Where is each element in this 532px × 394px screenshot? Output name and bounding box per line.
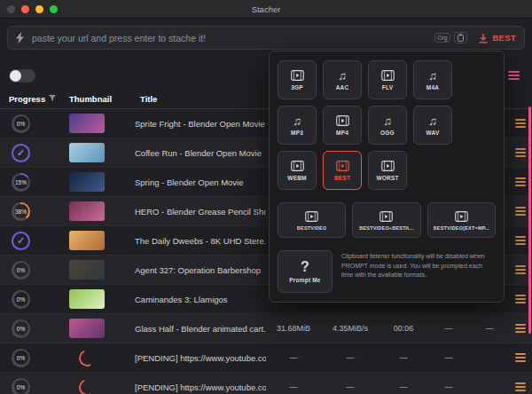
row-col-5: — bbox=[470, 324, 509, 333]
format-button[interactable]: MP4 bbox=[323, 106, 362, 145]
progress-ring: 0% bbox=[12, 114, 30, 133]
row-menu-icon[interactable] bbox=[515, 152, 526, 154]
filter-icon[interactable] bbox=[49, 95, 56, 102]
row-menu-icon[interactable] bbox=[515, 386, 526, 388]
format-button[interactable]: FLV bbox=[368, 60, 407, 99]
video-title: [PENDING] https://www.youtube.co... bbox=[131, 382, 266, 392]
minimize-button[interactable] bbox=[35, 5, 43, 13]
video-thumbnail bbox=[69, 260, 105, 280]
video-format-icon bbox=[381, 160, 395, 172]
format-label: AAC bbox=[336, 84, 349, 91]
audio-format-icon: ♫ bbox=[338, 69, 347, 82]
format-label: BESTVIDEO+BESTA... bbox=[359, 225, 413, 231]
progress-label: ✓ bbox=[14, 233, 28, 248]
format-button[interactable]: ♫ M4A bbox=[413, 60, 452, 99]
stacher-window: Stacher paste your url and press enter t… bbox=[0, 0, 532, 394]
format-button[interactable]: WEBM bbox=[278, 151, 317, 190]
audio-format-icon: ♫ bbox=[428, 69, 437, 82]
progress-label: ✓ bbox=[14, 146, 28, 160]
format-grid: 3GP ♫ AAC FLV ♫ M4A ♫ MP3 MP4 ♫ OGG ♫ WA… bbox=[278, 60, 496, 190]
download-format-control[interactable]: BEST bbox=[478, 33, 516, 43]
video-thumbnail bbox=[69, 289, 105, 309]
row-menu-icon[interactable] bbox=[515, 298, 526, 300]
org-badge[interactable]: Org bbox=[434, 33, 451, 43]
download-icon bbox=[478, 33, 489, 43]
header-progress[interactable]: Progress bbox=[9, 94, 45, 104]
row-col-speed: 4.35MiB/s bbox=[321, 324, 379, 333]
progress-label: 15% bbox=[14, 175, 28, 189]
row-menu-icon[interactable] bbox=[515, 210, 526, 212]
video-format-icon bbox=[291, 69, 304, 82]
video-format-icon bbox=[381, 69, 395, 82]
video-title: Agent 327: Operation Barbershop bbox=[131, 265, 266, 275]
format-label: BESTVIDEO bbox=[297, 225, 327, 231]
format-button[interactable]: ♫ OGG bbox=[368, 106, 407, 145]
format-button[interactable]: ♫ AAC bbox=[323, 60, 362, 99]
format-button[interactable]: 3GP bbox=[278, 60, 317, 99]
clipboard-badge[interactable] bbox=[454, 32, 467, 43]
progress-ring: ✓ bbox=[12, 144, 30, 162]
question-icon: ? bbox=[301, 260, 309, 274]
video-title: [PENDING] https://www.youtube.co... bbox=[131, 353, 266, 363]
clipboard-listener-toggle[interactable] bbox=[9, 69, 35, 83]
url-placeholder: paste your url and press enter to stache… bbox=[32, 33, 431, 43]
table-row[interactable]: 0% Glass Half - Blender animated cart...… bbox=[0, 314, 532, 343]
row-menu-icon[interactable] bbox=[515, 240, 526, 241]
format-label: FLV bbox=[382, 84, 393, 91]
prompt-me-button[interactable]: ? Prompt Me bbox=[278, 250, 332, 293]
progress-label: 0% bbox=[14, 263, 28, 277]
progress-ring: ✓ bbox=[12, 232, 30, 250]
header-thumbnail[interactable]: Thumbnail bbox=[60, 94, 131, 104]
format-wide-button[interactable]: BESTVIDEO+BESTA... bbox=[352, 202, 420, 238]
video-title: HERO - Blender Grease Pencil Sho... bbox=[131, 207, 266, 217]
format-dropdown-panel: 3GP ♫ AAC FLV ♫ M4A ♫ MP3 MP4 ♫ OGG ♫ WA… bbox=[269, 51, 505, 303]
row-menu-icon[interactable] bbox=[515, 181, 526, 183]
format-wide-button[interactable]: BESTVIDEO[EXT=MP... bbox=[427, 202, 496, 238]
progress-ring: 38% bbox=[12, 202, 30, 221]
progress-label: 0% bbox=[14, 321, 28, 335]
progress-ring: 0% bbox=[12, 378, 30, 394]
prompt-row: ? Prompt Me Clipboard listener functiona… bbox=[278, 250, 496, 293]
format-label: 3GP bbox=[291, 84, 303, 91]
table-row[interactable]: 0% [PENDING] https://www.youtube.co... —… bbox=[0, 373, 532, 394]
row-col-speed: — bbox=[321, 382, 379, 391]
format-button[interactable]: WORST bbox=[368, 151, 407, 190]
header-title[interactable]: Title bbox=[131, 94, 266, 104]
row-menu-icon[interactable] bbox=[515, 357, 526, 359]
url-input-bar[interactable]: paste your url and press enter to stache… bbox=[7, 26, 525, 50]
format-button[interactable]: ♫ WAV bbox=[413, 106, 452, 145]
prompt-note: Clipboard listener functionality will be… bbox=[341, 250, 496, 280]
format-label: BESTVIDEO[EXT=MP... bbox=[434, 225, 489, 231]
row-menu-icon[interactable] bbox=[515, 122, 526, 124]
format-label: WAV bbox=[426, 130, 440, 136]
format-wide-row: BESTVIDEO BESTVIDEO+BESTA... BESTVIDEO[E… bbox=[278, 202, 496, 238]
progress-ring: 0% bbox=[12, 349, 30, 367]
video-thumbnail bbox=[69, 114, 105, 133]
format-label: M4A bbox=[426, 84, 439, 91]
window-controls bbox=[7, 5, 58, 13]
row-menu-icon[interactable] bbox=[515, 269, 526, 271]
video-thumbnail bbox=[69, 231, 105, 250]
format-wide-button[interactable]: BESTVIDEO bbox=[278, 202, 346, 238]
video-format-icon bbox=[379, 210, 393, 223]
table-row[interactable]: 0% [PENDING] https://www.youtube.co... —… bbox=[0, 343, 532, 373]
format-label: WEBM bbox=[287, 175, 306, 181]
format-button[interactable]: ♫ MP3 bbox=[278, 106, 317, 145]
format-button[interactable]: BEST bbox=[323, 151, 362, 190]
progress-label: 0% bbox=[14, 292, 28, 306]
row-col-size: 31.68MiB bbox=[266, 324, 321, 333]
row-col-4: — bbox=[427, 324, 470, 333]
vertical-scrollbar[interactable] bbox=[528, 106, 531, 334]
row-menu-icon[interactable] bbox=[515, 327, 526, 329]
video-thumbnail bbox=[69, 319, 105, 338]
zoom-button[interactable] bbox=[50, 5, 58, 13]
audio-format-icon: ♫ bbox=[428, 114, 437, 127]
video-thumbnail bbox=[69, 143, 105, 162]
close-button[interactable] bbox=[21, 5, 29, 13]
audio-format-icon: ♫ bbox=[383, 114, 392, 127]
progress-ring: 0% bbox=[12, 261, 30, 280]
clipboard-icon bbox=[458, 34, 464, 42]
video-format-icon bbox=[305, 210, 318, 223]
queue-list-icon[interactable] bbox=[506, 67, 521, 83]
toggle-knob bbox=[10, 70, 21, 82]
